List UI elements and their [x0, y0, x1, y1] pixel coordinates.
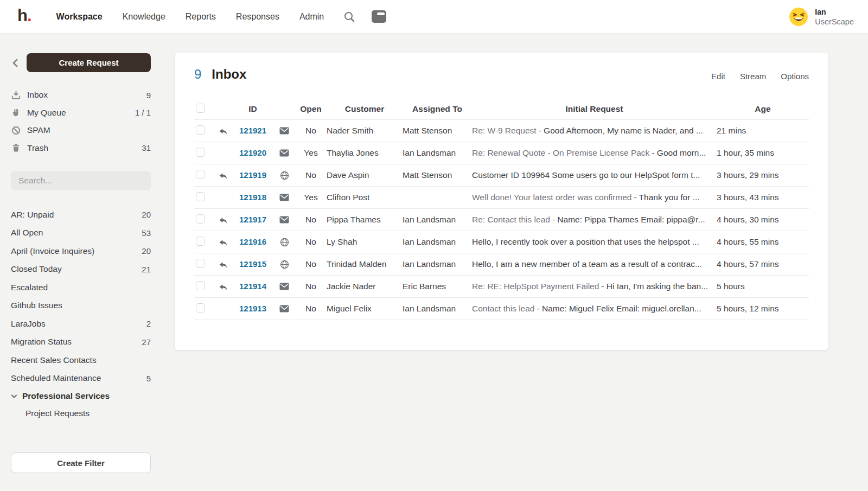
sidebar-filter-item[interactable]: Recent Sales Contacts: [11, 351, 151, 369]
filter-label: Escalated: [11, 283, 48, 292]
request-cell: Well done! Your latest order was confirm…: [472, 193, 717, 202]
table-row: 121914 No Jackie Nader Eric Barnes Re: R…: [194, 276, 809, 298]
create-filter-button[interactable]: Create Filter: [11, 452, 151, 473]
nav-item-admin[interactable]: Admin: [299, 12, 324, 22]
select-all-checkbox[interactable]: [196, 104, 205, 113]
queue-label: SPAM: [27, 125, 50, 135]
age-cell: 4 hours, 55 mins: [717, 237, 809, 247]
sidebar-group-professional-services[interactable]: Professional Services: [11, 387, 151, 405]
request-cell: Hello, I recently took over a position t…: [472, 237, 717, 247]
customer-cell: Clifton Post: [327, 193, 403, 202]
create-request-button[interactable]: Create Request: [27, 53, 151, 72]
nav-item-knowledge[interactable]: Knowledge: [123, 12, 165, 22]
sidebar-filter-item[interactable]: Migration Status 27: [11, 333, 151, 352]
customer-cell: Pippa Thames: [327, 215, 403, 225]
sidebar-item-inbox[interactable]: Inbox 9: [11, 86, 151, 104]
reply-icon: [219, 171, 227, 180]
sidebar-item-project-requests[interactable]: Project Requests: [11, 405, 151, 422]
request-preview: Hello, I am a new member of a team as a …: [472, 259, 702, 269]
col-header-age: Age: [717, 104, 809, 114]
queue-count: 31: [142, 143, 151, 152]
assigned-cell: Matt Stenson: [403, 126, 472, 136]
nav-item-reports[interactable]: Reports: [186, 12, 216, 22]
nav-item-workspace[interactable]: Workspace: [56, 12, 103, 22]
request-preview: - Name: Miguel Felix Email: miguel.orell…: [537, 304, 701, 313]
queue-label: My Queue: [27, 108, 66, 118]
email-icon: [279, 283, 289, 290]
ticket-id-link[interactable]: 121921: [239, 126, 266, 135]
ticket-id-link[interactable]: 121915: [239, 259, 266, 269]
sidebar-filter-item[interactable]: Escalated: [11, 278, 151, 297]
assigned-cell: Ian Landsman: [403, 148, 472, 158]
nav-item-responses[interactable]: Responses: [236, 12, 279, 22]
customer-cell: Thaylia Jones: [327, 148, 403, 158]
row-checkbox[interactable]: [196, 259, 205, 268]
customer-cell: Ly Shah: [327, 237, 403, 247]
row-checkbox[interactable]: [196, 237, 205, 246]
col-header-request: Initial Request: [472, 104, 717, 114]
age-cell: 3 hours, 29 mins: [717, 170, 809, 180]
app-logo[interactable]: h.: [17, 6, 31, 25]
request-cell: Customer ID 109964 Some users go to our …: [472, 170, 717, 180]
ticket-id-link[interactable]: 121914: [239, 282, 266, 291]
sidebar-item-spam[interactable]: SPAM: [11, 122, 151, 139]
ticket-id-link[interactable]: 121913: [239, 304, 266, 313]
request-table-header: ID Open Customer Assigned To Initial Req…: [194, 99, 809, 120]
filter-count: 20: [142, 210, 151, 219]
filter-count: 27: [142, 337, 151, 347]
filter-count: 5: [146, 374, 151, 383]
hand-icon: [11, 108, 21, 117]
logo-dot: .: [27, 6, 31, 25]
request-table: ID Open Customer Assigned To Initial Req…: [194, 99, 809, 320]
search-icon[interactable]: [343, 11, 355, 23]
request-cell: Re: RE: HelpSpot Payment Failed- Hi Ian,…: [472, 282, 717, 291]
age-cell: 21 mins: [717, 126, 809, 136]
filter-count: 21: [142, 265, 151, 274]
customer-cell: Jackie Nader: [327, 282, 403, 291]
customer-cell: Nader Smith: [327, 126, 403, 136]
sidebar: Create Request Inbox 9 My Queue 1 / 1 SP…: [0, 34, 164, 491]
email-icon: [279, 216, 289, 224]
row-checkbox[interactable]: [196, 125, 205, 135]
user-org: UserScape: [815, 17, 854, 27]
sidebar-filter-item[interactable]: Github Issues: [11, 297, 151, 315]
sidebar-filter-item[interactable]: April (Invoice Inquires) 20: [11, 242, 151, 260]
ticket-id-link[interactable]: 121919: [239, 170, 266, 180]
ticket-id-link[interactable]: 121920: [239, 148, 266, 157]
row-checkbox[interactable]: [196, 303, 205, 313]
request-subject: Re: W-9 Request: [472, 126, 537, 135]
options-link[interactable]: Options: [781, 72, 809, 81]
ticket-id-link[interactable]: 121916: [239, 237, 266, 246]
filter-list: AR: Unpaid 20 All Open 53 April (Invoice…: [11, 206, 151, 387]
stream-link[interactable]: Stream: [740, 72, 766, 81]
ticket-id-link[interactable]: 121918: [239, 193, 266, 202]
row-checkbox[interactable]: [196, 281, 205, 290]
table-row: 121917 No Pippa Thames Ian Landsman Re: …: [194, 209, 809, 231]
sidebar-search-input[interactable]: [11, 171, 151, 190]
table-row: 121920 Yes Thaylia Jones Ian Landsman Re…: [194, 142, 809, 164]
sidebar-filter-item[interactable]: Scheduled Maintenance 5: [11, 369, 151, 388]
filter-label: Recent Sales Contacts: [11, 355, 97, 365]
table-row: 121918 Yes Clifton Post Well done! Your …: [194, 187, 809, 209]
sidebar-filter-item[interactable]: LaraJobs 2: [11, 315, 151, 333]
row-checkbox[interactable]: [196, 214, 205, 224]
row-checkbox[interactable]: [196, 148, 205, 157]
ticket-id-link[interactable]: 121917: [239, 215, 266, 224]
sidebar-collapse-icon[interactable]: [11, 58, 20, 68]
sidebar-item-trash[interactable]: Trash 31: [11, 139, 151, 157]
open-cell: Yes: [295, 193, 327, 202]
row-checkbox[interactable]: [196, 192, 205, 201]
row-checkbox[interactable]: [196, 170, 205, 179]
sidebar-filter-item[interactable]: Closed Today 21: [11, 260, 151, 279]
sidebar-filter-item[interactable]: AR: Unpaid 20: [11, 206, 151, 224]
edit-link[interactable]: Edit: [711, 72, 725, 81]
email-icon: [279, 194, 289, 201]
assigned-cell: Ian Landsman: [403, 215, 472, 225]
workspace-panel-icon[interactable]: [372, 10, 386, 23]
table-row: 121921 No Nader Smith Matt Stenson Re: W…: [194, 120, 809, 142]
user-menu[interactable]: Ian UserScape: [789, 7, 854, 27]
queue-label: Trash: [27, 143, 48, 153]
sidebar-item-my-queue[interactable]: My Queue 1 / 1: [11, 104, 151, 122]
filter-label: Migration Status: [11, 337, 72, 347]
sidebar-filter-item[interactable]: All Open 53: [11, 224, 151, 243]
